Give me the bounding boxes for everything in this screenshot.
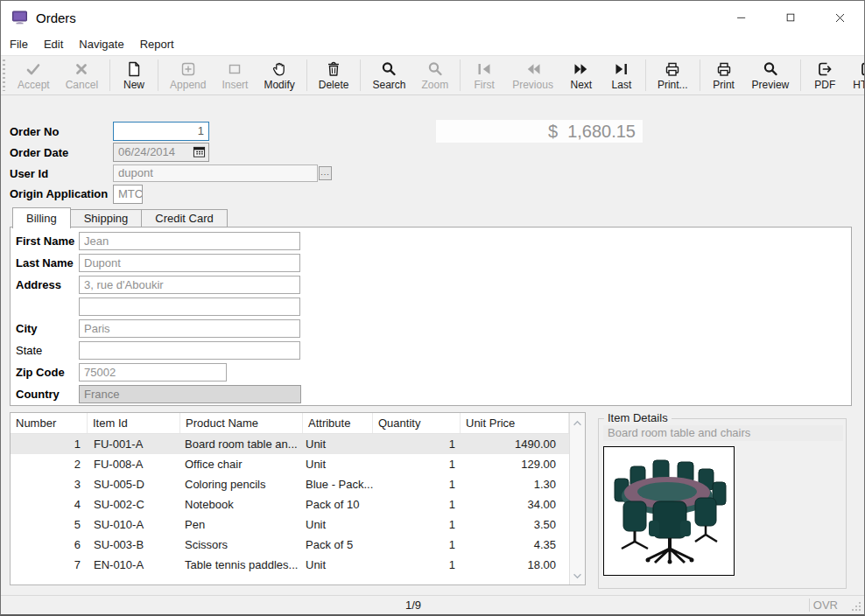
table-row[interactable]: 3 SU-005-D Coloring pencils Blue - Pack.… <box>11 474 585 494</box>
billing-field-row: Address 3, rue d'Aboukir <box>11 276 851 294</box>
append-plus-icon <box>179 60 197 78</box>
toolbar-button-print[interactable]: Print... <box>650 56 696 94</box>
app-monitor-icon <box>12 10 28 25</box>
order-date-value: 06/24/2014 <box>118 145 175 158</box>
toolbar-button-previous: Previous <box>504 56 561 94</box>
column-header-unit-price[interactable]: Unit Price <box>461 413 569 433</box>
cell-item-id: SU-010-A <box>88 514 180 535</box>
toolbar-button-pdf[interactable]: PDF <box>805 56 845 94</box>
close-button[interactable] <box>815 1 864 34</box>
toolbar-grip-icon[interactable] <box>3 60 5 91</box>
toolbar-button-last[interactable]: Last <box>601 56 642 94</box>
vertical-scrollbar[interactable] <box>569 413 585 584</box>
toolbar-separator <box>460 60 461 91</box>
country-input[interactable]: France <box>79 385 301 403</box>
cell-quantity: 1 <box>373 514 461 535</box>
address-line-2-input[interactable] <box>79 298 300 316</box>
window-controls <box>717 1 864 34</box>
billing-field-row: Zip Code 75002 <box>11 363 851 382</box>
scroll-down-icon[interactable] <box>573 569 582 582</box>
toolbar-button-preview[interactable]: Preview <box>744 56 798 94</box>
table-row[interactable]: 2 FU-008-A Office chair Unit 1 129.00 <box>11 454 585 474</box>
table-row[interactable]: 6 SU-003-B Scissors Pack of 5 1 4.35 <box>11 535 585 555</box>
cell-item-id: EN-010-A <box>88 555 180 575</box>
table-row[interactable]: 7 EN-010-A Table tennis paddles... Unit … <box>11 555 585 575</box>
column-header-number[interactable]: Number <box>11 413 88 433</box>
order-date-input[interactable]: 06/24/2014 <box>113 143 209 162</box>
table-row[interactable]: 5 SU-010-A Pen Unit 1 3.50 <box>11 514 585 535</box>
column-header-product-name[interactable]: Product Name <box>180 413 303 433</box>
billing-tab-panel: First Name Jean Last Name Dupont Address… <box>10 227 852 406</box>
cell-number: 5 <box>11 514 88 535</box>
cell-unit-price: 34.00 <box>461 494 569 514</box>
cell-number: 7 <box>11 555 88 575</box>
order-no-input[interactable]: 1 <box>113 122 209 141</box>
toolbar-buttons: Accept Cancel New Append Insert Modify D… <box>10 56 865 94</box>
origin-application-label: Origin Application <box>10 187 108 200</box>
city-input[interactable]: Paris <box>79 319 300 338</box>
toolbar-button-append: Append <box>162 56 214 94</box>
toolbar-button-delete[interactable]: Delete <box>311 56 357 94</box>
toolbar-button-next[interactable]: Next <box>561 56 601 94</box>
toolbar-separator <box>800 60 801 91</box>
orders-window: Orders FileEditNavigateReport Accept Can… <box>0 0 865 616</box>
toolbar-button-print[interactable]: Print <box>704 56 744 94</box>
tab-shipping[interactable]: Shipping <box>70 209 143 228</box>
export-icon <box>859 60 865 78</box>
calendar-icon[interactable] <box>193 145 207 159</box>
order-no-label: Order No <box>10 125 59 138</box>
cell-number: 1 <box>11 434 88 454</box>
user-id-input[interactable]: dupont <box>113 164 318 182</box>
menu-file[interactable]: File <box>2 34 36 55</box>
state-input[interactable] <box>79 341 300 360</box>
menu-bar: FileEditNavigateReport <box>1 34 864 55</box>
order-items-table: NumberItem IdProduct NameAttributeQuanti… <box>10 412 586 585</box>
toolbar-button-zoom: Zoom <box>414 56 457 94</box>
menu-report[interactable]: Report <box>132 34 182 55</box>
cell-item-id: FU-008-A <box>88 454 180 474</box>
billing-field-row: First Name Jean <box>11 232 851 250</box>
cell-attribute: Unit <box>303 555 373 575</box>
origin-application-input[interactable]: MTC <box>113 185 143 204</box>
column-header-attribute[interactable]: Attribute <box>303 413 373 433</box>
column-header-quantity[interactable]: Quantity <box>373 413 461 433</box>
toolbar-button-cancel: Cancel <box>58 56 106 94</box>
menu-navigate[interactable]: Navigate <box>71 34 131 55</box>
cell-attribute: Pack of 5 <box>303 535 373 555</box>
cell-item-id: SU-005-D <box>88 474 180 494</box>
zip-code-input[interactable]: 75002 <box>79 363 227 382</box>
maximize-button[interactable] <box>766 1 815 34</box>
toolbar-button-new[interactable]: New <box>114 56 154 94</box>
toolbar-button-html[interactable]: HTML <box>845 56 865 94</box>
record-position: 1/9 <box>405 596 421 614</box>
minimize-button[interactable] <box>717 1 766 34</box>
last-name-input[interactable]: Dupont <box>79 254 300 272</box>
field-label-state: State <box>16 344 79 357</box>
table-row[interactable]: 4 SU-002-C Notebook Pack of 10 1 34.00 <box>11 494 585 514</box>
first-name-input[interactable]: Jean <box>79 232 300 250</box>
cell-quantity: 1 <box>373 535 461 555</box>
tab-billing[interactable]: Billing <box>12 207 71 228</box>
tab-credit-card[interactable]: Credit Card <box>141 209 227 228</box>
resize-grip-icon[interactable] <box>852 602 861 612</box>
new-document-icon <box>125 60 143 78</box>
toolbar-separator <box>360 60 361 91</box>
order-total-value: $ 1,680.15 <box>436 120 643 143</box>
toolbar-button-search[interactable]: Search <box>364 56 413 94</box>
user-id-browse-button[interactable]: ... <box>319 166 332 180</box>
column-header-item-id[interactable]: Item Id <box>88 413 180 433</box>
cell-unit-price: 1.30 <box>461 474 569 494</box>
toolbar-button-modify[interactable]: Modify <box>256 56 302 94</box>
table-header-row: NumberItem IdProduct NameAttributeQuanti… <box>11 413 585 434</box>
toolbar-separator <box>158 60 158 91</box>
cell-product-name: Table tennis paddles... <box>180 555 303 575</box>
menu-edit[interactable]: Edit <box>36 34 71 55</box>
toolbar-separator <box>645 60 646 91</box>
cell-unit-price: 4.35 <box>461 535 569 555</box>
cell-unit-price: 3.50 <box>461 514 569 535</box>
cell-item-id: FU-001-A <box>88 434 180 454</box>
scroll-up-icon[interactable] <box>573 416 582 429</box>
table-row[interactable]: 1 FU-001-A Board room table an... Unit 1… <box>11 434 585 454</box>
address-input[interactable]: 3, rue d'Aboukir <box>79 276 300 294</box>
trash-icon <box>325 60 342 78</box>
